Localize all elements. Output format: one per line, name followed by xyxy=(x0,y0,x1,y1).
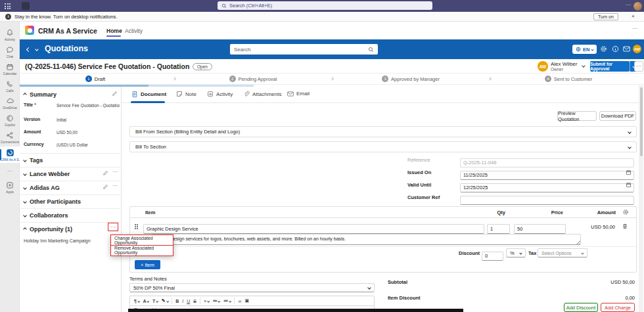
bold-tool[interactable]: B xyxy=(175,299,179,303)
tax-select[interactable]: Select Options xyxy=(538,248,587,257)
stage-approved-by-manager[interactable]: 3Approved by Manager xyxy=(335,74,486,84)
tab-email[interactable]: Email xyxy=(287,91,310,97)
image-icon[interactable]: ▣ xyxy=(244,298,249,303)
info-icon[interactable] xyxy=(612,45,619,53)
item-name-input[interactable] xyxy=(143,224,484,234)
edit-pencil-icon[interactable] xyxy=(112,91,118,97)
highlight-pen-tool[interactable]: ✎ xyxy=(162,298,168,303)
datepicker-icon[interactable] xyxy=(626,169,632,175)
language-code: EN xyxy=(583,47,589,53)
rail-item-onedrive[interactable]: OneDrive xyxy=(0,95,20,112)
rail-item-crm-app[interactable]: CRM As A S... xyxy=(0,146,20,163)
teams-profile-avatar[interactable] xyxy=(633,2,642,11)
tab-home[interactable]: Home xyxy=(106,28,122,34)
customer-ref-input[interactable] xyxy=(460,196,634,205)
waffle-icon[interactable] xyxy=(5,3,11,9)
opportunity-section-header[interactable]: Opportunity (1) xyxy=(24,226,72,233)
contact-more-icon[interactable]: ··· xyxy=(112,171,118,173)
subtotal-label: Subtotal xyxy=(388,279,407,285)
rail-item-chat[interactable]: Chat xyxy=(0,44,20,60)
add-discount-button[interactable]: Add Discount xyxy=(564,303,598,312)
link-icon[interactable]: ∞ xyxy=(238,299,241,303)
paragraph-tool[interactable]: ¶ xyxy=(134,299,139,303)
back-icon[interactable] xyxy=(26,47,31,52)
rail-item-calendar[interactable]: Calendar xyxy=(0,61,20,78)
rail-item-connections[interactable]: Connections xyxy=(0,129,20,146)
account-section-header[interactable]: Adidas AG xyxy=(24,185,60,191)
item-price-input[interactable] xyxy=(514,224,566,234)
item-qty-input[interactable] xyxy=(487,224,510,234)
item-description-textarea[interactable]: graphic design services for logos, broch… xyxy=(151,234,581,245)
discount-input[interactable] xyxy=(482,252,503,261)
drag-handle[interactable] xyxy=(135,224,138,229)
language-selector[interactable]: EN xyxy=(572,45,597,54)
strikethrough-tool[interactable]: S xyxy=(193,299,196,303)
stage-draft[interactable]: 1Draft xyxy=(20,74,171,84)
scrollbar-thumb[interactable] xyxy=(640,87,643,156)
mail-icon[interactable] xyxy=(623,46,630,52)
app-header-more-icon[interactable]: ··· xyxy=(632,28,637,30)
submit-for-approval-button[interactable]: Submit for Approval xyxy=(590,61,630,72)
record-more-button[interactable]: ··· xyxy=(634,61,643,72)
bill-to-accordion[interactable]: Bill To Section xyxy=(129,141,637,152)
table-settings-gear-icon[interactable] xyxy=(622,209,629,215)
download-pdf-button[interactable]: Download PDF xyxy=(599,111,636,121)
trash-icon[interactable] xyxy=(622,223,628,230)
record-search-input[interactable]: Search xyxy=(230,44,378,55)
discount-unit-select[interactable]: % xyxy=(506,248,526,257)
add-charge-button[interactable]: Add Charge xyxy=(601,303,635,312)
rail-item-more[interactable]: ··· xyxy=(0,164,20,180)
tags-section-header[interactable]: Tags xyxy=(24,157,43,164)
bill-from-accordion[interactable]: Bill From Section (Billing Entity Detail… xyxy=(129,126,637,137)
tab-document[interactable]: Document xyxy=(131,91,166,98)
issued-on-input[interactable] xyxy=(460,171,634,180)
rail-label: Apps xyxy=(6,190,14,194)
numbered-list-tool[interactable]: ≔ xyxy=(212,298,220,303)
collaborators-section-header[interactable]: Collaborators xyxy=(24,212,68,219)
subtotal-value: USD 50,00 xyxy=(569,279,635,285)
stage-sent-to-customer[interactable]: 4Sent to Customer xyxy=(493,74,644,84)
edit-pencil-icon[interactable] xyxy=(103,184,108,190)
underline-tool[interactable]: U xyxy=(187,299,190,303)
rail-item-activity[interactable]: Activity xyxy=(0,27,20,43)
teams-search-bar[interactable]: Search (Ctrl+Alt+E) xyxy=(218,1,432,10)
other-participants-section-header[interactable]: Other Participants xyxy=(24,198,81,205)
preview-quotation-button[interactable]: Preview Quotation xyxy=(557,111,597,121)
rail-item-calls[interactable]: Calls xyxy=(0,78,20,95)
align-tool[interactable]: ≡ xyxy=(204,299,210,303)
turn-on-button[interactable]: Turn on xyxy=(593,13,618,20)
item-discount-label: Item Discount xyxy=(388,295,421,301)
account-more-icon[interactable]: ··· xyxy=(112,185,118,187)
discount-label: Discount xyxy=(459,250,480,256)
font-color-tool[interactable]: A xyxy=(143,299,149,303)
add-item-button[interactable]: + Item xyxy=(135,260,160,269)
rail-item-apps[interactable]: Apps xyxy=(0,179,20,196)
opportunity-item[interactable]: Holiday Inn Marketing Campaign xyxy=(24,238,91,243)
valid-until-input[interactable] xyxy=(460,183,634,192)
tab-activity[interactable]: Activity xyxy=(207,91,233,97)
opportunity-more-icon[interactable]: ··· xyxy=(110,226,116,229)
italic-tool[interactable]: I xyxy=(182,299,183,303)
tab-attachments[interactable]: Attachments xyxy=(243,91,281,97)
terms-preset-select[interactable]: 50% DP 50% Final xyxy=(129,283,375,292)
text-style-tool[interactable]: T xyxy=(152,299,158,303)
close-icon[interactable]: × xyxy=(632,13,635,19)
copilot-icon xyxy=(6,114,14,122)
reference-label: Reference xyxy=(407,157,430,163)
rail-item-copilot[interactable]: Copilot xyxy=(0,112,20,129)
summary-section-header[interactable]: Summary xyxy=(24,91,57,98)
user-avatar[interactable]: AW xyxy=(633,45,641,53)
bulleted-list-tool[interactable]: ≕ xyxy=(223,298,231,303)
menu-item-change-associated-opportunity[interactable]: Change Associated Opportunity xyxy=(110,234,173,246)
editor-toolbar: ¶ A T ✎ B I U S ≡ ≔ ≕ ∞ ▣ xyxy=(129,296,375,306)
edit-pencil-icon[interactable] xyxy=(103,170,108,176)
nav-dropdown-icon[interactable] xyxy=(35,47,39,51)
tab-activity[interactable]: Activity xyxy=(125,28,143,34)
tab-note[interactable]: Note xyxy=(176,91,196,97)
contact-section-header[interactable]: Lance Webber xyxy=(24,171,70,177)
titlebar-more-icon[interactable]: ··· xyxy=(626,4,631,7)
datepicker-icon[interactable] xyxy=(626,182,632,188)
stage-pending-approval[interactable]: 2Pending Approval xyxy=(177,74,329,84)
settings-gear-icon[interactable] xyxy=(600,45,607,53)
menu-item-remove-associated-opportunity[interactable]: Remove Associated Opportunity xyxy=(110,245,173,256)
